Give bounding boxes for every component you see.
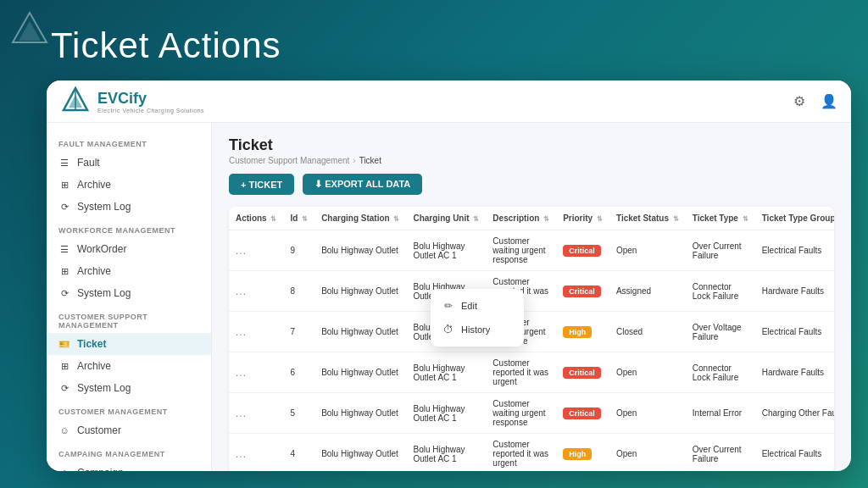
- sidebar-item-support-archive[interactable]: ⊞ Archive: [47, 355, 211, 377]
- col-ticket-type: Ticket Type ⇅: [686, 207, 755, 230]
- cell-type: Connector Lock Failure: [686, 352, 755, 393]
- sidebar-item-fault-syslog[interactable]: ⟳ System Log: [47, 196, 211, 218]
- cell-actions: ...: [229, 312, 283, 352]
- cell-unit: Bolu Highway Outlet AC 1: [406, 352, 486, 393]
- cell-status: Open: [609, 434, 686, 472]
- priority-badge: Critical: [563, 408, 601, 419]
- cell-status: Open: [609, 352, 686, 393]
- cell-status: Open: [609, 230, 686, 271]
- sidebar-section-workforce: Workforce Management: [47, 218, 211, 238]
- add-ticket-button[interactable]: + TICKET: [229, 174, 294, 195]
- sidebar-item-fault-archive[interactable]: ⊞ Archive: [47, 174, 211, 196]
- col-priority: Priority ⇅: [556, 207, 609, 230]
- sidebar-item-workforce-syslog[interactable]: ⟳ System Log: [47, 282, 211, 304]
- cell-id: 7: [283, 312, 314, 352]
- content-header: Ticket Customer Support Management › Tic…: [229, 136, 834, 165]
- logo-corner: [8, 8, 51, 51]
- action-dots[interactable]: ...: [236, 286, 247, 297]
- sidebar-item-customer[interactable]: ☺ Customer: [47, 419, 211, 441]
- logo-name: EVCify: [97, 90, 204, 108]
- sidebar-item-ticket[interactable]: 🎫 Ticket: [47, 333, 211, 355]
- cell-priority: Critical: [556, 271, 609, 312]
- sidebar-item-fault[interactable]: ☰ Fault: [47, 152, 211, 174]
- cell-status: Assigned: [609, 271, 686, 312]
- priority-badge: High: [563, 448, 592, 460]
- cell-type: Connector Lock Failure: [686, 271, 755, 312]
- cell-type-group: Electrical Faults: [755, 312, 834, 352]
- cell-type-group: Hardware Faults: [755, 352, 834, 393]
- sidebar-section-customer: Customer Management: [47, 399, 211, 419]
- table-row: ... 7 Bolu Highway Outlet Bolu Highway O…: [229, 312, 834, 352]
- table-row: ... 4 Bolu Highway Outlet Bolu Highway O…: [229, 434, 834, 472]
- sidebar-item-support-syslog[interactable]: ⟳ System Log: [47, 377, 211, 399]
- context-menu-edit-label: Edit: [461, 301, 477, 311]
- cell-station: Bolu Highway Outlet: [314, 312, 406, 352]
- cell-status: Open: [609, 393, 686, 434]
- col-charging-unit: Charging Unit ⇅: [406, 207, 486, 230]
- sidebar-section-campaign: Campaing Management: [47, 441, 211, 462]
- logo-area: EVCify Electric Vehicle Charging Solutio…: [60, 86, 793, 117]
- content-title: Ticket: [229, 136, 834, 154]
- context-menu-history-label: History: [461, 324, 490, 335]
- action-dots[interactable]: ...: [236, 326, 247, 338]
- action-dots[interactable]: ...: [236, 408, 247, 419]
- col-description: Description ⇅: [486, 207, 556, 230]
- cell-station: Bolu Highway Outlet: [314, 352, 406, 393]
- breadcrumb-separator: ›: [353, 156, 355, 165]
- sidebar-item-fault-archive-label: Archive: [77, 179, 111, 191]
- cell-type: Over Current Failure: [686, 434, 755, 472]
- sidebar-item-workforce-archive[interactable]: ⊞ Archive: [47, 260, 211, 282]
- sidebar-item-fault-label: Fault: [77, 157, 100, 169]
- cell-priority: High: [556, 312, 609, 352]
- cell-type: Internal Error: [686, 393, 755, 434]
- export-button[interactable]: ⬇ EXPORT ALL DATA: [303, 174, 422, 195]
- cell-id: 6: [283, 352, 314, 393]
- settings-icon[interactable]: ⚙: [793, 93, 810, 110]
- main-layout: Fault Management ☰ Fault ⊞ Archive ⟳ Sys…: [47, 123, 851, 471]
- ticket-icon: 🎫: [58, 338, 70, 350]
- app-window: EVCify Electric Vehicle Charging Solutio…: [47, 80, 851, 471]
- cell-actions: ...: [229, 393, 283, 434]
- cell-description: Customer reported it was urgent: [486, 434, 556, 472]
- workforce-syslog-icon: ⟳: [58, 287, 70, 299]
- context-menu-edit[interactable]: ✏ Edit: [431, 294, 524, 318]
- context-menu: ✏ Edit ⏱ History: [431, 289, 524, 347]
- cell-status: Closed: [609, 312, 686, 352]
- sidebar-item-customer-label: Customer: [77, 424, 121, 436]
- cell-priority: Critical: [556, 352, 609, 393]
- col-ticket-status: Ticket Status ⇅: [609, 207, 686, 230]
- cell-unit: Bolu Highway Outlet AC 1: [406, 434, 486, 472]
- sidebar-item-workorder[interactable]: ☰ WorkOrder: [47, 238, 211, 260]
- topbar-icons: ⚙ 👤: [793, 93, 837, 110]
- cell-priority: High: [556, 434, 609, 472]
- logo-icon: [60, 86, 91, 117]
- table-row: ... 8 Bolu Highway Outlet Bolu Highway O…: [229, 271, 834, 312]
- cell-id: 9: [283, 230, 314, 271]
- fault-icon: ☰: [58, 157, 70, 169]
- col-actions: Actions ⇅: [229, 207, 283, 230]
- workforce-archive-icon: ⊞: [58, 265, 70, 277]
- support-syslog-icon: ⟳: [58, 382, 70, 394]
- cell-actions: ...: [229, 271, 283, 312]
- customer-icon: ☺: [58, 424, 70, 436]
- user-icon[interactable]: 👤: [821, 93, 837, 110]
- action-dots[interactable]: ...: [236, 448, 247, 460]
- breadcrumb-current: Ticket: [359, 156, 381, 165]
- sidebar-section-support: Customer Support Management: [47, 304, 211, 333]
- cell-id: 5: [283, 393, 314, 434]
- page-title: Ticket Actions: [51, 25, 281, 66]
- action-dots[interactable]: ...: [236, 245, 247, 257]
- campaign-icon: ◈: [58, 467, 70, 471]
- cell-priority: Critical: [556, 230, 609, 271]
- cell-id: 8: [283, 271, 314, 312]
- fault-syslog-icon: ⟳: [58, 201, 70, 213]
- sidebar-item-support-syslog-label: System Log: [77, 382, 131, 394]
- cell-priority: Critical: [556, 393, 609, 434]
- sidebar-item-campaign[interactable]: ◈ Campaign: [47, 462, 211, 471]
- context-menu-history[interactable]: ⏱ History: [431, 318, 524, 341]
- action-dots[interactable]: ...: [236, 367, 247, 379]
- table-row: ... 6 Bolu Highway Outlet Bolu Highway O…: [229, 352, 834, 393]
- cell-station: Bolu Highway Outlet: [314, 271, 406, 312]
- cell-type: Over Current Failure: [686, 230, 755, 271]
- logo-tagline: Electric Vehicle Charging Solutions: [97, 108, 204, 114]
